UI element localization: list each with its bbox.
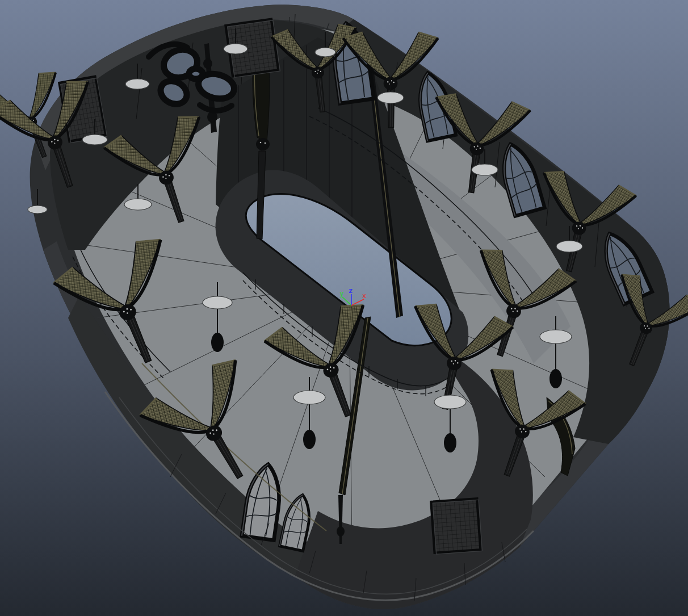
viewport-canvas[interactable]: y z x (0, 0, 688, 616)
axis-y-label: y (339, 290, 343, 297)
grid-window (431, 498, 482, 554)
axis-x-label: x (362, 292, 366, 300)
axis-z-label: z (349, 287, 353, 295)
model-scene: y z x (0, 0, 688, 616)
